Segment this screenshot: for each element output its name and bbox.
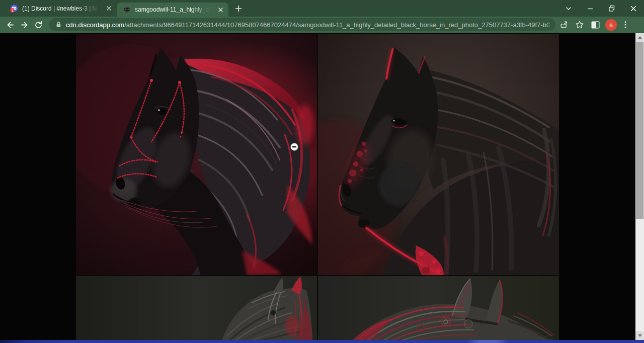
grid-seam-horizontal <box>76 275 559 276</box>
reload-button[interactable] <box>31 18 45 32</box>
tab-title: (1) Discord | #newbies-3 | Midjou <box>22 5 101 12</box>
tab-discord[interactable]: 1 (1) Discord | #newbies-3 | Midjou <box>4 0 117 17</box>
close-tab-icon[interactable] <box>105 5 113 13</box>
kebab-menu-icon <box>621 20 630 29</box>
forward-arrow-icon <box>20 20 29 30</box>
chevron-down-icon <box>564 4 573 13</box>
close-window-button[interactable] <box>622 0 644 17</box>
browser-titlebar: 1 (1) Discord | #newbies-3 | Midjou samg… <box>0 0 644 17</box>
browser-toolbar: cdn.discordapp.com/attachments/966491171… <box>0 17 644 33</box>
url-text: cdn.discordapp.com/attachments/966491171… <box>66 21 549 29</box>
minimize-icon <box>586 4 595 13</box>
restore-icon <box>607 4 616 13</box>
horse-grid-image[interactable] <box>76 34 559 340</box>
url-host: cdn.discordapp.com <box>66 21 124 29</box>
discord-icon: 1 <box>10 5 18 13</box>
image-panel-top-left <box>76 34 317 276</box>
window-controls <box>557 0 644 17</box>
tab-search-button[interactable] <box>557 0 579 17</box>
windows-taskbar-edge <box>0 340 644 343</box>
scrollbar-thumb[interactable] <box>636 42 643 219</box>
close-tab-icon[interactable] <box>216 6 224 14</box>
menu-button[interactable] <box>618 18 632 32</box>
avatar[interactable]: s <box>605 19 617 31</box>
zoom-out-cursor <box>290 142 299 151</box>
reload-icon <box>34 20 43 30</box>
share-icon <box>559 20 569 29</box>
minimize-button[interactable] <box>579 0 601 17</box>
grid-seam-vertical <box>317 34 318 340</box>
share-button[interactable] <box>557 18 571 32</box>
tab-strip: 1 (1) Discord | #newbies-3 | Midjou samg… <box>0 0 246 17</box>
image-panel-bottom-left <box>76 276 317 340</box>
triangle-down-icon <box>638 334 642 337</box>
notification-badge: 1 <box>12 8 14 12</box>
back-arrow-icon <box>6 20 15 30</box>
scroll-down-button[interactable] <box>635 331 644 340</box>
image-panel-top-right <box>317 34 559 276</box>
new-tab-button[interactable] <box>231 2 246 16</box>
side-panel-button[interactable] <box>588 18 602 32</box>
side-panel-icon <box>591 21 600 29</box>
tab-title: samgoodwill-11_a_highly_detaile <box>135 6 212 13</box>
scroll-up-button[interactable] <box>635 33 644 42</box>
address-bar[interactable]: cdn.discordapp.com/attachments/966491171… <box>49 18 555 31</box>
tab-image[interactable]: samgoodwill-11_a_highly_detaile <box>117 3 228 17</box>
avatar-initial: s <box>609 21 613 29</box>
back-button[interactable] <box>3 18 17 32</box>
lock-icon <box>55 21 62 28</box>
triangle-up-icon <box>638 36 642 39</box>
forward-button[interactable] <box>17 18 31 32</box>
bookmark-button[interactable] <box>573 18 587 32</box>
page-content <box>0 33 644 340</box>
new-tab-icon <box>235 5 242 12</box>
scrollbar-track[interactable] <box>635 219 644 331</box>
vertical-scrollbar[interactable] <box>635 33 644 340</box>
image-panel-bottom-right <box>317 276 559 340</box>
close-icon <box>629 4 638 13</box>
globe-icon <box>123 6 131 14</box>
star-icon <box>575 20 584 29</box>
url-path: /attachments/96649117142631444/107695807… <box>124 21 549 29</box>
restore-button[interactable] <box>601 0 622 17</box>
